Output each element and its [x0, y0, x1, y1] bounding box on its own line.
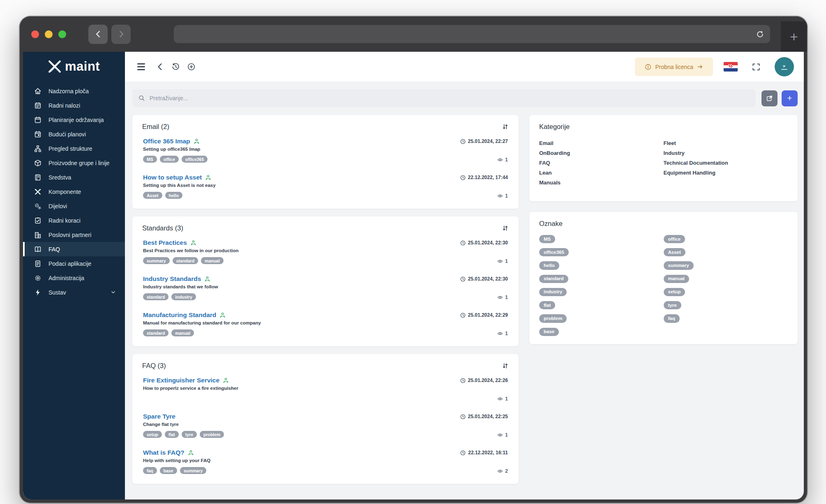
entry-title-link[interactable]: How to setup Asset: [143, 174, 202, 181]
category-item[interactable]: Equipment Handling: [664, 168, 788, 177]
tag-pill[interactable]: summary: [664, 261, 694, 269]
sidebar-item-radni-nalozi[interactable]: Radni nalozi: [23, 98, 125, 113]
close-window-button[interactable]: [31, 30, 39, 38]
tag-pill[interactable]: office365: [182, 156, 208, 163]
sort-icon[interactable]: [502, 225, 509, 232]
reload-icon[interactable]: [756, 30, 764, 39]
tag-pill[interactable]: flat: [539, 301, 555, 309]
address-bar[interactable]: [174, 25, 770, 43]
category-item[interactable]: FAQ: [539, 158, 664, 168]
tag-pill[interactable]: setup: [664, 288, 685, 296]
fullscreen-button[interactable]: [748, 59, 764, 75]
zoom-window-button[interactable]: [58, 30, 66, 38]
menu-toggle-button[interactable]: [133, 59, 149, 75]
trial-license-button[interactable]: Probna licenca: [635, 58, 713, 76]
tags-col-2: office Asset summary manual setup tyre f…: [664, 235, 788, 336]
app-logo[interactable]: maint: [23, 52, 125, 80]
tag-pill[interactable]: office: [160, 156, 179, 163]
tag-pill[interactable]: summary: [180, 467, 207, 474]
add-new-button[interactable]: [183, 59, 199, 75]
tag-pill[interactable]: setup: [143, 431, 162, 438]
sidebar-item-label: Pregled strukture: [48, 145, 92, 152]
tag-pill[interactable]: base: [160, 467, 177, 474]
section-card-faq: FAQ (3) Fire Extinguisher Service How to…: [132, 354, 519, 484]
category-item[interactable]: Lean: [539, 168, 664, 177]
browser-back-button[interactable]: [88, 25, 108, 44]
home-icon: [34, 87, 42, 95]
sort-icon[interactable]: [502, 123, 509, 130]
search-bar[interactable]: [132, 89, 756, 107]
tag-pill[interactable]: tyre: [664, 301, 681, 309]
tag-pill[interactable]: faq: [143, 467, 157, 474]
entry-title-link[interactable]: Industry Standards: [143, 275, 201, 283]
entry-title-link[interactable]: Manufacturing Standard: [143, 311, 216, 319]
tag-pill[interactable]: industry: [539, 288, 567, 296]
category-item[interactable]: Industry: [664, 148, 788, 158]
sidebar-item-sustav[interactable]: Sustav: [23, 285, 125, 299]
entry-title-link[interactable]: Spare Tyre: [143, 413, 175, 420]
sidebar-item-radni-koraci[interactable]: Radni koraci: [23, 213, 125, 228]
sort-icon[interactable]: [502, 362, 509, 369]
tag-pill[interactable]: standard: [173, 257, 198, 264]
entry-title-link[interactable]: Best Practices: [143, 239, 187, 246]
category-item[interactable]: Fleet: [664, 138, 788, 148]
search-input[interactable]: [150, 95, 750, 101]
building-icon: [34, 231, 42, 239]
tag-pill[interactable]: standard: [143, 293, 168, 300]
tag-pill[interactable]: flat: [165, 431, 179, 438]
sidebar-item-sredstva[interactable]: Sredstva: [23, 170, 125, 184]
nav-back-button[interactable]: [152, 59, 168, 75]
category-item[interactable]: OnBoarding: [539, 148, 664, 158]
tag-pill[interactable]: office: [664, 235, 685, 243]
address-input[interactable]: [180, 31, 756, 38]
sidebar-item-nadzorna-ploca[interactable]: Nadzorna ploča: [23, 84, 125, 98]
tag-pill[interactable]: manual: [664, 275, 689, 283]
tag-pill[interactable]: office365: [539, 248, 569, 256]
user-avatar[interactable]: ➤: [775, 57, 794, 76]
tag-pill[interactable]: industry: [171, 293, 196, 300]
category-item[interactable]: Manuals: [539, 177, 664, 187]
tag-pill[interactable]: standard: [539, 275, 568, 283]
tag-pill[interactable]: hello: [539, 261, 559, 269]
sidebar-item-planiranje-odrzavanja[interactable]: Planiranje održavanja: [23, 113, 125, 127]
tag-pill[interactable]: MS: [539, 235, 555, 243]
tag-pill[interactable]: problem: [539, 314, 567, 322]
add-faq-button[interactable]: +: [782, 90, 798, 106]
tag-pill[interactable]: MS: [143, 156, 157, 163]
entry-tags: [143, 395, 238, 402]
sidebar-item-buduci-planovi[interactable]: Budući planovi: [23, 127, 125, 141]
sidebar-item-proizvodne-grupe[interactable]: Proizvodne grupe i linije: [23, 156, 125, 170]
entry-views: 1: [497, 258, 508, 264]
tag-pill[interactable]: standard: [143, 329, 168, 336]
sidebar-item-faq[interactable]: FAQ: [23, 242, 125, 256]
tag-pill[interactable]: hello: [165, 192, 183, 199]
tag-pill[interactable]: summary: [143, 257, 170, 264]
minimize-window-button[interactable]: [45, 30, 53, 38]
sidebar-item-label: Radni nalozi: [48, 102, 80, 109]
new-tab-button[interactable]: +: [781, 21, 807, 52]
tag-pill[interactable]: problem: [200, 431, 224, 438]
tag-pill[interactable]: base: [539, 328, 559, 336]
tag-pill[interactable]: Asset: [143, 192, 162, 199]
sidebar-item-komponente[interactable]: Komponente: [23, 184, 125, 199]
export-button[interactable]: [761, 90, 778, 106]
language-flag-croatia[interactable]: [724, 62, 738, 71]
tag-pill[interactable]: manual: [201, 257, 224, 264]
sidebar-item-podaci-aplikacije[interactable]: Podaci aplikacije: [23, 256, 125, 271]
clock-icon: [460, 175, 466, 180]
history-button[interactable]: [168, 59, 183, 75]
tag-pill[interactable]: manual: [171, 329, 194, 336]
sidebar-item-dijelovi[interactable]: Dijelovi: [23, 199, 125, 213]
tag-pill[interactable]: Asset: [664, 248, 685, 256]
entry-title-link[interactable]: Office 365 Imap: [143, 138, 190, 145]
sidebar-item-administracija[interactable]: Administracija: [23, 271, 125, 285]
sidebar-item-poslovni-partneri[interactable]: Poslovni partneri: [23, 228, 125, 242]
sidebar-item-pregled-strukture[interactable]: Pregled strukture: [23, 141, 125, 156]
entry-title-link[interactable]: Fire Extinguisher Service: [143, 377, 219, 384]
entry-title-link[interactable]: What is FAQ?: [143, 449, 185, 456]
tag-pill[interactable]: faq: [664, 314, 680, 322]
category-item[interactable]: Email: [539, 138, 664, 148]
tag-pill[interactable]: tyre: [182, 431, 197, 438]
browser-forward-button[interactable]: [111, 25, 131, 44]
category-item[interactable]: Technical Documentation: [664, 158, 788, 168]
